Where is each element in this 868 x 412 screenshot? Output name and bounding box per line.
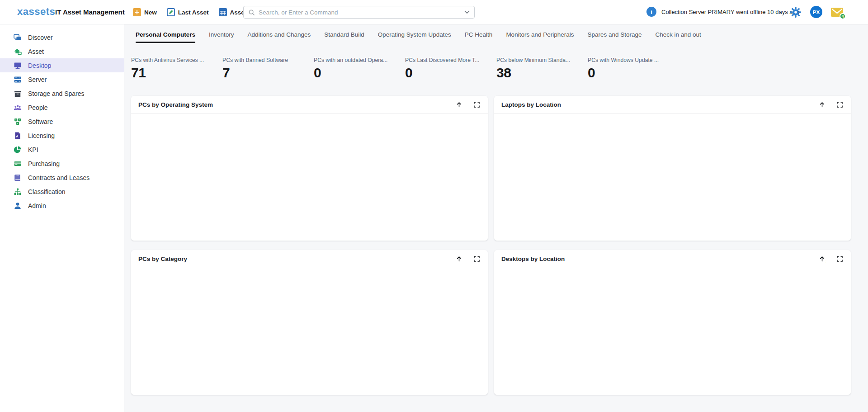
sidebar-item-label: Server (28, 76, 47, 83)
sidebar-item-asset[interactable]: Asset (0, 44, 124, 58)
card-body (494, 268, 851, 394)
card-actions: 0123456789101112Default LocationFloridaL… (818, 255, 844, 263)
card-actions: Windows 11 Enterprise 1Windows 11 Profes… (455, 101, 481, 109)
sidebar-item-software[interactable]: Software (0, 114, 124, 128)
sidebar-item-label: Purchasing (28, 160, 60, 167)
sidebar-item-discover[interactable]: Discover (0, 30, 124, 44)
card-header: Desktops by Location0123456789101112Defa… (494, 250, 851, 268)
classification-icon (13, 187, 22, 196)
sidebar-item-label: Classification (28, 188, 65, 195)
tab-pc-health[interactable]: PC Health (465, 31, 493, 43)
tab-check-in-and-out[interactable]: Check in and out (656, 31, 701, 43)
kpi-pcs-with-an-outdated-opera[interactable]: PCs with an outdated Opera...0 (314, 57, 405, 81)
card-actions: PC - Laptop 78PC - Virtual 10PC - Apple … (455, 255, 481, 263)
kpi-label: PCs below Minimum Standa... (496, 57, 588, 63)
topbar: xassets IT Asset Management New Last Ass… (0, 0, 868, 24)
search-input[interactable] (259, 9, 464, 16)
kpi-pcs-with-windows-update[interactable]: PCs with Windows Update ...0 (588, 57, 679, 81)
sidebar-item-label: Asset (28, 48, 44, 55)
fullscreen-icon[interactable] (836, 255, 844, 263)
new-button[interactable]: New (133, 6, 157, 19)
sidebar-item-contracts-and-leases[interactable]: Contracts and Leases (0, 170, 124, 185)
kpi-value: 7 (222, 65, 314, 81)
kpi-pcs-below-minimum-standa[interactable]: PCs below Minimum Standa...38 (496, 57, 588, 81)
kpi-pcs-with-antivirus-services[interactable]: PCs with Antivirus Services ...71 (131, 57, 222, 81)
tab-standard-build[interactable]: Standard Build (324, 31, 364, 43)
card-pcs-by-category: PCs by CategoryPC - Laptop 78PC - Virtua… (131, 250, 488, 395)
sidebar-item-label: Storage and Spares (28, 90, 85, 97)
sidebar-item-label: Admin (28, 202, 46, 209)
card-body (131, 114, 488, 240)
export-up-arrow-icon[interactable]: PC - Laptop 78PC - Virtual 10PC - Apple … (455, 255, 463, 263)
export-up-arrow-icon[interactable]: 05101520253035FloridaGlasgowLondonNew Je… (818, 101, 826, 109)
kpi-pcs-with-banned-software[interactable]: PCs with Banned Software7 (222, 57, 314, 81)
kpi-label: PCs with Banned Software (222, 57, 314, 63)
discover-icon (13, 33, 22, 42)
sidebar-nav: DiscoverAssetDesktopServerStorage and Sp… (0, 30, 124, 213)
kpi-value: 0 (314, 65, 405, 81)
kpi-pcs-last-discovered-more-t[interactable]: PCs Last Discovered More T...0 (405, 57, 496, 81)
card-desktops-by-location: Desktops by Location0123456789101112Defa… (494, 250, 851, 395)
card-title: PCs by Operating System (138, 101, 213, 108)
tab-inventory[interactable]: Inventory (209, 31, 234, 43)
last-asset-button[interactable]: Last Asset (167, 6, 209, 19)
purchasing-icon (13, 159, 22, 168)
sidebar-item-people[interactable]: People (0, 100, 124, 114)
new-button-label: New (144, 9, 157, 16)
chevron-down-icon[interactable] (464, 10, 470, 14)
kpi-icon (13, 145, 22, 154)
mail-icon[interactable]: 4 (831, 8, 843, 17)
tab-operating-system-updates[interactable]: Operating System Updates (378, 31, 451, 43)
sidebar-item-label: KPI (28, 146, 38, 153)
tab-additions-and-changes[interactable]: Additions and Changes (248, 31, 311, 43)
software-icon (13, 117, 22, 126)
tabs: Personal ComputersInventoryAdditions and… (136, 31, 701, 43)
fullscreen-icon[interactable] (836, 101, 844, 109)
sidebar-item-server[interactable]: Server (0, 72, 124, 86)
export-up-arrow-icon[interactable]: Windows 11 Enterprise 1Windows 11 Profes… (455, 101, 463, 109)
card-body (494, 114, 851, 240)
sidebar-item-label: Contracts and Leases (28, 174, 90, 181)
notification[interactable]: i Collection Server PRIMARY went offline… (646, 7, 799, 17)
avatar[interactable]: PX (810, 6, 822, 18)
contracts-icon (13, 173, 22, 182)
sidebar-item-desktop[interactable]: Desktop (0, 58, 124, 72)
desktop-icon (13, 61, 22, 70)
sidebar-item-label: People (28, 104, 48, 111)
people-icon (13, 103, 22, 112)
export-up-arrow-icon[interactable]: 0123456789101112Default LocationFloridaL… (818, 255, 826, 263)
edit-square-icon (167, 8, 175, 16)
tab-monitors-and-peripherals[interactable]: Monitors and Peripherals (506, 31, 574, 43)
sidebar-item-storage-and-spares[interactable]: Storage and Spares (0, 86, 124, 100)
sidebar-item-kpi[interactable]: KPI (0, 142, 124, 156)
sidebar-item-label: Desktop (28, 62, 51, 69)
card-laptops-by-location: Laptops by Location05101520253035Florida… (494, 96, 851, 241)
sidebar-item-purchasing[interactable]: Purchasing (0, 156, 124, 170)
card-header: Laptops by Location05101520253035Florida… (494, 96, 851, 114)
fullscreen-icon[interactable] (473, 255, 481, 263)
admin-icon (13, 201, 22, 210)
licensing-icon (13, 131, 22, 140)
card-header: PCs by Operating SystemWindows 11 Enterp… (131, 96, 488, 114)
kpi-label: PCs with Antivirus Services ... (131, 57, 222, 63)
laptops-by-location-chart (494, 114, 851, 240)
tab-personal-computers[interactable]: Personal Computers (136, 31, 195, 43)
sidebar-item-licensing[interactable]: Licensing (0, 128, 124, 142)
table-icon (219, 8, 227, 16)
sidebar-item-admin[interactable]: Admin (0, 199, 124, 213)
sidebar-item-label: Discover (28, 34, 52, 41)
settings-gear-icon[interactable] (790, 6, 802, 18)
kpi-label: PCs with Windows Update ... (588, 57, 679, 63)
card-pcs-by-os: PCs by Operating SystemWindows 11 Enterp… (131, 96, 488, 241)
tab-spares-and-storage[interactable]: Spares and Storage (587, 31, 642, 43)
fullscreen-icon[interactable] (473, 101, 481, 109)
card-title: PCs by Category (138, 256, 187, 262)
sidebar-item-classification[interactable]: Classification (0, 185, 124, 199)
pcs-by-os-chart (131, 114, 488, 240)
server-icon (13, 75, 22, 84)
search-box[interactable] (243, 6, 475, 19)
mail-badge: 4 (840, 13, 846, 19)
info-icon: i (646, 7, 656, 17)
card-header: PCs by CategoryPC - Laptop 78PC - Virtua… (131, 250, 488, 268)
app-logo[interactable]: xassets (17, 6, 55, 18)
